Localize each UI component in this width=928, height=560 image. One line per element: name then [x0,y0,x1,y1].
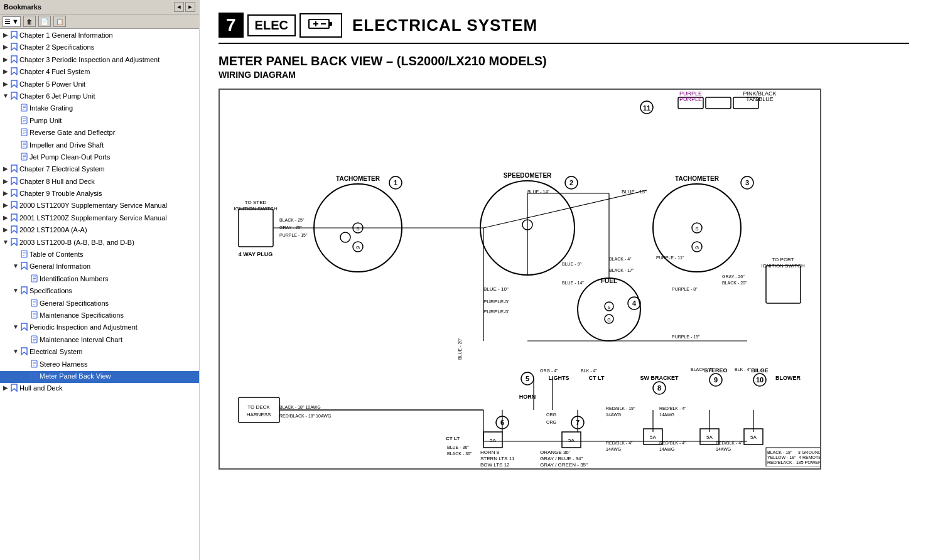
svg-text:TO DECK: TO DECK [247,404,270,410]
svg-text:G: G [695,245,699,250]
svg-text:S: S [608,305,611,310]
svg-text:5: 5 [526,375,529,382]
svg-text:SPEEDOMETER: SPEEDOMETER [504,172,552,179]
tree-item-ch13-3-2[interactable]: Maintenance Specifications [0,310,199,322]
tree-item-ch3[interactable]: ▶Chapter 3 Periodic Inspection and Adjus… [0,55,199,67]
tree-item-ch13-5[interactable]: ▼Electrical System [0,347,199,358]
chapter-title: ELECTRICAL SYSTEM [352,16,537,35]
tree-item-ch4[interactable]: ▶Chapter 4 Fuel System [0,67,199,78]
svg-marker-4 [11,80,17,87]
svg-marker-30 [11,214,17,221]
tree-label: 2000 LST1200Y Supplementary Service Manu… [19,201,167,210]
toolbar-paste-button[interactable]: 📋 [53,16,66,27]
bookmark-tree: ▶Chapter 1 General Information▶Chapter 2… [0,29,199,560]
tree-item-ch9[interactable]: ▶Chapter 9 Trouble Analysis [0,188,199,200]
page-icon [21,104,28,114]
dropdown-arrow: ▼ [12,18,19,25]
bookmark-icon [21,323,28,333]
svg-text:BLUE - 36": BLUE - 36" [447,445,469,450]
svg-text:BLACK - 36": BLACK - 36" [447,451,472,456]
svg-text:BLUE - 10": BLUE - 10" [483,286,509,292]
tree-item-ch13-2-1[interactable]: Identification Numbers [0,274,199,286]
bookmark-icon [11,67,18,78]
bookmark-icon [11,225,18,236]
toolbar-delete-button[interactable]: 🗑 [23,16,36,27]
tree-item-ch6-3[interactable]: Reverse Gate and Deflectpr [0,127,199,139]
tree-item-ch13-4-1[interactable]: Maintenance Interval Chart [0,335,199,347]
tree-item-ch12[interactable]: ▶2002 LST1200A (A-A) [0,225,199,237]
svg-text:G: G [356,245,360,250]
tree-item-ch6[interactable]: ▼Chapter 6 Jet Pump Unit [0,91,199,103]
tree-item-ch13-5-2[interactable]: Meter Panel Back View [0,371,199,383]
svg-text:G: G [607,318,610,322]
tree-item-ch8[interactable]: ▶Chapter 8 Hull and Deck [0,176,199,188]
tree-item-ch13[interactable]: ▼2003 LST1200-B (A-B, B-B, and D-B) [0,237,199,249]
tree-label: General Specifications [40,299,109,308]
tree-item-ch13-3-1[interactable]: General Specifications [0,298,199,310]
tree-item-ch13-2[interactable]: ▼General Information [0,261,199,273]
tree-label: Table of Contents [30,250,84,259]
tree-expander: ▶ [1,43,10,51]
svg-text:BLK - 4": BLK - 4" [581,369,597,373]
svg-text:5A: 5A [490,438,496,443]
svg-text:BLACK - 4": BLACK - 4" [609,257,632,261]
bookmark-icon [11,164,18,175]
svg-marker-28 [11,190,17,197]
tree-item-ch10[interactable]: ▶2000 LST1200Y Supplementary Service Man… [0,200,199,212]
bookmark-icon [11,43,18,53]
tree-item-ch13-5-1[interactable]: Stereo Harness [0,359,199,371]
toolbar-dropdown[interactable]: ☰ ▼ [3,16,21,27]
svg-text:8: 8 [657,384,661,392]
svg-text:HORN: HORN [519,394,536,400]
svg-marker-51 [21,323,27,330]
tree-item-ch1[interactable]: ▶Chapter 1 General Information [0,30,199,42]
tree-label: Pump Unit [30,116,62,126]
svg-text:PURPLE: PURPLE [679,96,702,102]
tree-item-ch6-1[interactable]: Intake Grating [0,103,199,115]
tree-expander: ▶ [1,225,10,234]
tree-label: Electrical System [30,347,82,357]
tree-item-ch11[interactable]: ▶2001 LST1200Z Supplementary Service Man… [0,213,199,225]
toolbar-copy-button[interactable]: 📄 [38,16,51,27]
svg-marker-2 [11,56,17,63]
svg-text:ORG: ORG [546,420,556,424]
page-icon [21,141,28,151]
svg-text:STERN LTS  11: STERN LTS 11 [480,456,515,461]
tree-item-ch13-3[interactable]: ▼Specifications [0,286,199,298]
tree-item-ch6-2[interactable]: Pump Unit [0,116,199,127]
tree-item-ch2[interactable]: ▶Chapter 2 Specifications [0,42,199,54]
tree-expander: ▼ [11,262,20,271]
tree-expander: ▼ [1,238,10,247]
svg-text:BLUE - 14": BLUE - 14" [562,281,584,285]
tree-item-ch6-4[interactable]: Impeller and Drive Shaft [0,140,199,152]
tree-item-ch13-4[interactable]: ▼Periodic Inspection and Adjustment [0,322,199,334]
svg-text:5A: 5A [750,434,757,440]
svg-text:S: S [356,226,359,232]
svg-marker-29 [11,202,17,208]
nav-back-button[interactable]: ◄ [174,2,184,12]
page-icon [21,128,28,139]
tree-item-ch6-5[interactable]: Jet Pump Clean-Out Ports [0,152,199,164]
svg-text:ORG: ORG [546,412,556,417]
tree-label: Stereo Harness [40,360,87,369]
bookmark-icon [11,384,18,394]
svg-marker-3 [11,68,17,75]
tree-expander: ▶ [1,67,10,76]
tree-item-ch7[interactable]: ▶Chapter 7 Electrical System [0,164,199,176]
tree-label: Specifications [30,286,72,296]
svg-text:4 REMOTE: 4 REMOTE [799,455,821,460]
chapter-number: 7 [219,13,244,38]
svg-marker-32 [11,239,17,245]
bookmark-icon [11,55,18,66]
bookmark-icon [11,80,18,90]
tree-item-ch5[interactable]: ▶Chapter 5 Power Unit [0,79,199,91]
svg-text:5A: 5A [706,434,713,440]
tree-label: Chapter 7 Electrical System [19,164,105,174]
tree-expander: ▶ [1,213,10,222]
tree-item-ch14[interactable]: ▶Hull and Deck [0,383,199,395]
tree-item-ch13-1[interactable]: Table of Contents [0,249,199,261]
nav-forward-button[interactable]: ► [185,2,195,12]
svg-text:PURPLE - 15": PURPLE - 15" [672,335,700,339]
page-icon [21,250,28,261]
tree-label: Meter Panel Back View [40,372,111,381]
